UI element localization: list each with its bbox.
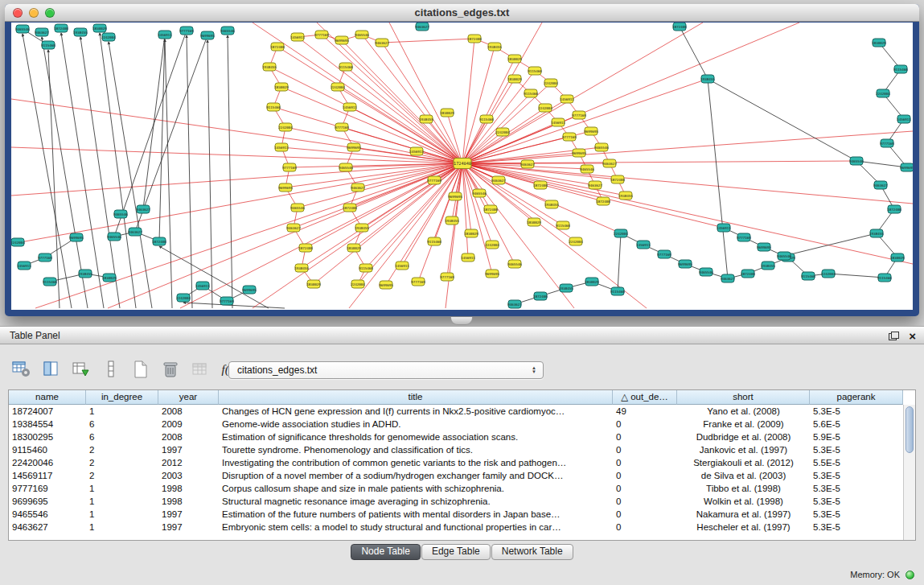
network-node[interactable]: 1456911 [158, 31, 172, 39]
network-node[interactable]: 2242004 [351, 280, 365, 288]
network-node[interactable]: 2242004 [331, 83, 345, 91]
network-node[interactable]: 9465546 [107, 233, 121, 241]
network-node[interactable]: 1456911 [717, 224, 731, 232]
table-source-dropdown[interactable]: citations_edges.txt ▲▼ [228, 361, 544, 379]
network-node[interactable]: 9115460 [556, 221, 570, 229]
network-node[interactable]: 1938455 [618, 192, 633, 200]
row-height-icon[interactable] [99, 357, 123, 381]
column-header-year[interactable]: year [158, 390, 219, 405]
network-node[interactable]: 1872400 [343, 204, 357, 212]
network-node[interactable]: 1830029 [872, 39, 886, 47]
network-node[interactable]: 9115460 [801, 272, 815, 280]
network-node[interactable]: 1872400 [467, 35, 482, 43]
network-graph[interactable]: 1872400193845518300299115460224200414569… [11, 23, 913, 310]
network-node[interactable]: 9777169 [411, 278, 425, 286]
network-node[interactable]: 2242004 [278, 123, 293, 131]
network-node[interactable]: 9463627 [136, 205, 150, 213]
network-node[interactable]: 9465546 [699, 268, 713, 276]
network-node[interactable]: 1938455 [294, 264, 309, 272]
toggle-columns-icon[interactable] [39, 357, 64, 381]
network-node[interactable]: 1938455 [869, 229, 884, 237]
table-settings-icon[interactable] [10, 357, 34, 381]
network-node[interactable]: 1830029 [274, 83, 289, 91]
table-row[interactable]: 946362711997Embryonic stem cells: a mode… [9, 521, 903, 534]
network-node[interactable]: 1456911 [395, 262, 409, 270]
tab-network-table[interactable]: Network Table [491, 544, 573, 560]
network-node[interactable]: 1872400 [887, 205, 901, 213]
vertical-scrollbar[interactable] [903, 405, 915, 540]
delete-icon[interactable] [158, 357, 183, 381]
export-table-icon[interactable] [69, 357, 93, 381]
network-node[interactable]: 9115460 [524, 89, 538, 97]
network-node[interactable]: 9463627 [721, 274, 735, 282]
network-node[interactable]: 1938455 [559, 284, 573, 292]
network-node[interactable]: 9115460 [528, 67, 542, 75]
network-node[interactable]: 9699695 [485, 270, 499, 278]
network-node[interactable]: 1938455 [487, 43, 502, 51]
network-node[interactable]: 1456911 [343, 103, 357, 111]
network-node[interactable]: 1830029 [507, 55, 522, 63]
network-node[interactable]: 1872400 [298, 244, 313, 252]
network-node[interactable]: 1872400 [270, 43, 285, 51]
network-node[interactable]: 9777169 [880, 139, 894, 147]
network-node[interactable]: 9777169 [737, 233, 751, 241]
network-node[interactable]: 9115460 [339, 63, 353, 71]
network-node[interactable]: 1830029 [527, 218, 541, 226]
network-node[interactable]: 9463627 [375, 39, 389, 47]
network-node[interactable]: 1830029 [102, 274, 117, 282]
network-node[interactable]: 9699695 [572, 149, 586, 157]
network-node[interactable]: 9699695 [200, 31, 215, 39]
network-node[interactable]: 9115460 [266, 103, 281, 111]
network-node[interactable]: 9777169 [335, 123, 349, 131]
network-node[interactable]: 9699695 [900, 163, 913, 171]
network-node[interactable]: 1830029 [347, 244, 361, 252]
network-node[interactable]: 9115460 [893, 65, 908, 73]
network-node[interactable]: 9463627 [35, 28, 49, 36]
network-node[interactable]: 2242004 [176, 294, 191, 302]
network-node[interactable]: 2242004 [101, 33, 116, 41]
network-node[interactable]: 9465546 [849, 157, 864, 165]
network-node[interactable]: 9699695 [379, 281, 393, 289]
network-node[interactable]: 9699695 [678, 260, 692, 268]
network-node[interactable]: 9463627 [520, 160, 535, 168]
network-node[interactable]: 1938455 [445, 216, 459, 225]
network-node[interactable]: 2242004 [485, 241, 499, 249]
network-node[interactable]: 1872400 [610, 175, 625, 183]
network-node[interactable]: 9465546 [777, 252, 791, 260]
new-document-icon[interactable] [129, 357, 153, 381]
network-node[interactable]: 2242004 [821, 270, 836, 278]
import-table-icon[interactable] [188, 357, 212, 381]
network-node[interactable]: 9777169 [282, 163, 297, 171]
network-node[interactable]: 9465546 [15, 25, 30, 33]
network-node[interactable]: 1872400 [152, 237, 166, 245]
tab-edge-table[interactable]: Edge Table [421, 544, 491, 560]
network-node[interactable]: 9777169 [38, 253, 52, 262]
network-node[interactable]: 1938455 [262, 63, 277, 71]
split-pane-handle[interactable] [450, 317, 473, 325]
column-header-name[interactable]: name [9, 390, 86, 405]
network-node[interactable]: 9465546 [472, 189, 487, 197]
table-row[interactable]: 1456911722003Disruption of a novel membe… [9, 469, 903, 482]
network-node[interactable]: 1830029 [585, 278, 599, 286]
network-node[interactable]: 9777169 [314, 31, 329, 39]
network-node[interactable]: 9115460 [43, 278, 57, 286]
network-node[interactable]: 2242004 [544, 79, 558, 87]
network-node[interactable]: 9465546 [220, 27, 235, 35]
network-node[interactable]: 1938455 [78, 270, 92, 278]
network-node[interactable]: 1830029 [507, 75, 522, 83]
network-node[interactable]: 9463627 [351, 183, 365, 192]
network-node[interactable]: 1456911 [17, 262, 31, 270]
network-node[interactable]: 1830029 [890, 253, 905, 262]
network-node[interactable]: 1872400 [533, 292, 548, 300]
network-node[interactable]: 9115460 [41, 41, 55, 49]
network-node[interactable]: 1938455 [700, 75, 715, 83]
network-node[interactable]: 9777169 [427, 176, 441, 184]
table-row[interactable]: 2242004622012Investigating the contribut… [9, 456, 903, 469]
network-node[interactable]: 9465546 [580, 165, 594, 173]
network-node[interactable]: 9465546 [113, 210, 128, 218]
network-node[interactable]: 9465546 [594, 143, 609, 151]
network-node[interactable]: 9699695 [448, 192, 462, 200]
tab-node-table[interactable]: Node Table [351, 544, 421, 560]
network-node[interactable]: 1724040 [454, 159, 471, 169]
network-node[interactable]: 1456911 [195, 282, 210, 290]
